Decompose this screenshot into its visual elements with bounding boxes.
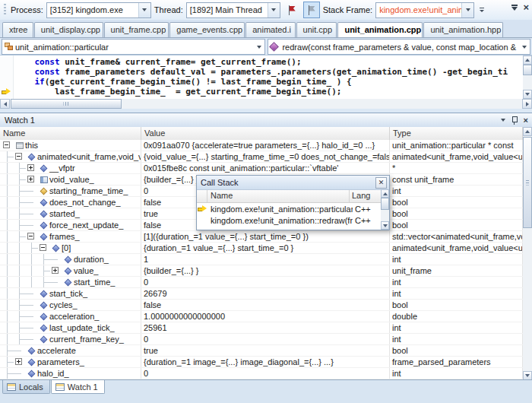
watch-row-value[interactable]: 0x015fbe8c const unit_animation::particu… [141,163,390,173]
watch-row-value[interactable]: 0 [141,334,390,344]
scroll-down-icon[interactable] [523,90,532,99]
watch-row[interactable]: value_{builder_={...} }unit_frame [0,265,523,277]
watch-row-value[interactable]: {duration_=1 value_={...} start_time_=0 … [141,243,390,253]
expander-plus-icon[interactable] [14,357,26,367]
watch-row[interactable]: current_frame_key_0int [0,334,523,345]
expander-plus-icon[interactable] [26,163,38,173]
bottom-tab-watch-1[interactable]: Watch 1 [51,380,105,394]
editor-gutter[interactable] [0,56,14,99]
watch-row-name-cell[interactable]: current_frame_key_ [0,334,141,344]
watch-row-name-cell[interactable]: value_ [0,265,141,276]
tab-unit_animation.cpp[interactable]: unit_animation.cpp [337,22,423,37]
code-line[interactable]: last_frame_begin_time_ = get_current_fra… [14,87,523,97]
watch-row[interactable]: acceleration_1.0000000000000000double [0,311,523,322]
combo-arrow-icon[interactable] [138,3,150,17]
column-header-lang[interactable]: Lang [350,190,381,202]
tab-game_events.cpp[interactable]: game_events.cpp [169,22,245,37]
combo-arrow-icon[interactable] [253,40,264,54]
watch-row-value[interactable]: {duration_=1 image_={...} image_diagonal… [141,357,390,367]
watch-row[interactable]: start_time_0int [0,277,523,288]
watch-row-name-cell[interactable]: [0] [0,243,141,253]
thread-combo[interactable]: [1892] Main Thread [186,2,280,18]
expander-plus-icon[interactable] [26,174,38,185]
scroll-up-icon[interactable] [523,56,532,65]
expander-minus-icon[interactable] [26,231,38,242]
tab-animated.i[interactable]: animated.i [245,22,295,37]
combo-arrow-icon[interactable] [268,3,280,17]
column-header-name[interactable]: Name [207,190,350,202]
code-line[interactable]: const frame_parameters default_val = par… [14,67,523,77]
watch-row-value[interactable]: {void_value_={...} starting_frame_time_=… [141,151,390,162]
scroll-right-icon[interactable] [522,99,532,109]
code-editor[interactable]: const unit_frame& current_frame= get_cur… [0,55,532,109]
combo-arrow-icon[interactable] [461,3,473,17]
watch-row-name-cell[interactable]: cycles_ [0,300,141,310]
watch-row-value[interactable]: [1]({duration_=1 value_={...} start_time… [141,231,390,242]
pin-icon[interactable] [511,116,518,125]
watch-row-name-cell[interactable]: acceleration_ [0,311,141,322]
watch-row[interactable]: start_tick_26679int [0,288,523,300]
watch-row-name-cell[interactable]: does_not_change_ [0,197,141,208]
watch-vertical-scrollbar[interactable] [523,127,532,380]
watch-row[interactable]: halo_id_0int [0,368,523,379]
watch-row-name-cell[interactable]: force_next_update_ [0,220,141,230]
watch-row-value[interactable]: 1.0000000000000000 [141,311,390,322]
watch-row[interactable]: last_update_tick_25961int [0,322,523,334]
scroll-up-icon[interactable] [381,189,389,198]
watch-row-value[interactable]: {builder_={...} } [141,265,390,276]
watch-row-name-cell[interactable]: duration_ [0,254,141,265]
watch-panel-titlebar[interactable]: Watch 1 × [0,113,532,128]
tab-xtree[interactable]: xtree [2,22,33,37]
watch-row[interactable]: __vfptr0x015fbe8c const unit_animation::… [0,163,523,174]
editor-horizontal-scrollbar[interactable] [0,99,532,109]
watch-row-name-cell[interactable]: halo_id_ [0,368,141,379]
window-menu-icon[interactable] [501,119,505,122]
expander-plus-icon[interactable] [50,265,62,276]
close-document-icon[interactable]: × [523,3,529,12]
watch-row-name-cell[interactable]: animated<unit_frame,void_valu [0,151,141,162]
flag-threads-button[interactable] [283,2,300,18]
code-line[interactable]: if(get_current_frame_begin_time() != las… [14,77,523,87]
code-text-area[interactable]: const unit_frame& current_frame= get_cur… [14,57,523,99]
editor-vertical-scrollbar[interactable] [523,56,532,99]
column-header-name[interactable]: Name [0,127,141,140]
watch-row-name-cell[interactable]: parameters_ [0,357,141,367]
watch-row[interactable]: duration_1int [0,254,523,265]
watch-row-name-cell[interactable]: __vfptr [0,163,141,173]
expander-minus-icon[interactable] [38,243,50,253]
watch-row-name-cell[interactable]: void_value_ [0,174,141,185]
watch-row[interactable]: parameters_{duration_=1 image_={...} ima… [0,357,523,368]
column-header-value[interactable]: Value [141,127,390,140]
watch-row[interactable]: animated<unit_frame,void_valu{void_value… [0,151,523,163]
watch-row-name-cell[interactable]: start_time_ [0,277,141,287]
watch-row-value[interactable]: 1 [141,254,390,265]
show-flagged-threads-button[interactable] [303,2,320,18]
watch-row[interactable]: frames_[1]({duration_=1 value_={...} sta… [0,231,523,243]
bottom-tab-locals[interactable]: Locals [2,380,50,394]
scroll-left-icon[interactable] [0,99,10,109]
watch-row-value[interactable]: 26679 [141,288,390,299]
call-stack-row[interactable]: kingdom.exe!unit_animation::particular::… [197,203,381,214]
members-dropdown[interactable]: redraw(const frame_parameters & value, c… [268,39,530,55]
watch-row-value[interactable]: true [141,345,390,356]
close-panel-icon[interactable]: × [524,116,528,125]
stack-frame-combo[interactable]: kingdom.exe!unit_anima [375,2,474,18]
watch-row-name-cell[interactable]: started_ [0,208,141,219]
watch-row-value[interactable]: 0x091aa070 {accelerate=true parameters_=… [141,140,390,151]
watch-row-value[interactable]: 0 [141,277,390,287]
watch-row-name-cell[interactable]: frames_ [0,231,141,242]
toolbar-grip[interactable] [4,4,6,16]
watch-row-value[interactable]: 25961 [141,322,390,333]
process-combo[interactable]: [3152] kingdom.exe [46,2,151,18]
watch-row[interactable]: this0x091aa070 {accelerate=true paramete… [0,140,523,151]
close-icon[interactable]: ✕ [375,177,387,189]
watch-row-name-cell[interactable]: last_update_tick_ [0,322,141,333]
toolbar-overflow-button[interactable] [477,3,486,17]
watch-row-name-cell[interactable]: starting_frame_time_ [0,186,141,196]
watch-row-name-cell[interactable]: accelerate [0,345,141,356]
watch-row[interactable]: [0]{duration_=1 value_={...} start_time_… [0,243,523,254]
tab-unit_display.cpp[interactable]: unit_display.cpp [34,22,103,37]
watch-row-value[interactable]: false [141,300,390,310]
expander-minus-icon[interactable] [14,151,26,162]
tab-unit_frame.cpp[interactable]: unit_frame.cpp [104,22,169,37]
